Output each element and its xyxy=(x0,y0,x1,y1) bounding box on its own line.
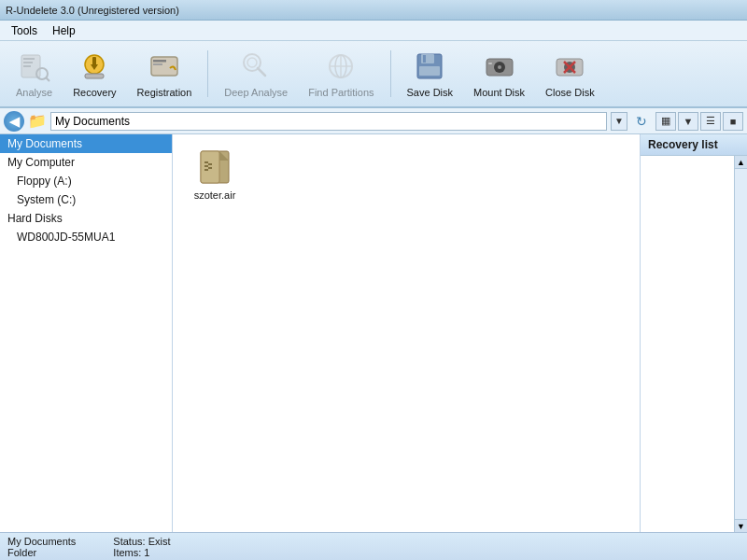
tree-item-harddisks[interactable]: Hard Disks xyxy=(0,209,172,228)
status-name-section: My Documents Folder xyxy=(7,536,76,558)
view-details-button[interactable]: ☰ xyxy=(700,112,721,131)
svg-point-15 xyxy=(247,58,257,67)
status-info-section: Status: Exist Items: 1 xyxy=(113,536,170,558)
status-exist-label: Status: Exist xyxy=(113,536,170,547)
status-bar: My Documents Folder Status: Exist Items:… xyxy=(0,532,747,560)
back-button[interactable]: ◀ xyxy=(4,111,24,132)
file-name-szoter: szoter.air xyxy=(194,189,236,201)
file-item-szoter[interactable]: szoter.air xyxy=(182,144,247,205)
registration-label: Registration xyxy=(137,87,192,98)
title-text: R-Undelete 3.0 (Unregistered version) xyxy=(6,5,179,16)
scroll-up-button[interactable]: ▲ xyxy=(735,156,747,169)
folder-address-icon: 📁 xyxy=(28,112,47,130)
save-disk-label: Save Disk xyxy=(407,87,454,98)
svg-rect-40 xyxy=(204,169,208,171)
tree-item-floppy[interactable]: Floppy (A:) xyxy=(0,172,172,190)
deep-analyse-icon xyxy=(239,49,273,83)
view-thumbnails-button[interactable]: ▦ xyxy=(655,112,676,131)
save-disk-icon xyxy=(413,49,446,83)
menu-bar: Tools Help xyxy=(0,21,747,41)
tree-item-system[interactable]: System (C:) xyxy=(0,190,172,209)
find-partitions-icon xyxy=(324,49,358,83)
separator-2 xyxy=(390,50,391,97)
tree-item-mydocuments[interactable]: My Documents xyxy=(0,134,172,153)
view-dropdown-button[interactable]: ▼ xyxy=(678,112,698,131)
svg-rect-12 xyxy=(153,63,162,65)
recovery-panel: Recovery list ▲ ▼ xyxy=(640,134,747,532)
deep-analyse-button[interactable]: Deep Analyse xyxy=(216,45,296,103)
analyse-button[interactable]: Analyse xyxy=(7,45,61,103)
recovery-panel-header: Recovery list xyxy=(641,134,747,156)
save-disk-button[interactable]: Save Disk xyxy=(399,45,462,103)
recovery-scrollbar[interactable]: ▲ ▼ xyxy=(734,156,747,532)
scroll-track xyxy=(735,169,747,519)
title-bar: R-Undelete 3.0 (Unregistered version) xyxy=(0,0,747,21)
recovery-button[interactable]: Recovery xyxy=(64,45,124,103)
svg-line-5 xyxy=(46,77,49,81)
svg-rect-23 xyxy=(419,66,440,76)
analyse-label: Analyse xyxy=(16,87,52,98)
svg-rect-39 xyxy=(208,167,212,169)
deep-analyse-label: Deep Analyse xyxy=(224,87,288,98)
close-disk-icon xyxy=(553,49,586,83)
recovery-label: Recovery xyxy=(73,87,116,98)
svg-rect-22 xyxy=(423,55,426,63)
svg-rect-3 xyxy=(23,65,31,67)
file-area: szoter.air xyxy=(173,134,640,532)
main-area: My Documents My Computer Floppy (A:) Sys… xyxy=(0,134,747,532)
menu-tools[interactable]: Tools xyxy=(4,22,45,39)
tree-item-wd800[interactable]: WD800JD-55MUA1 xyxy=(0,228,172,246)
svg-rect-36 xyxy=(204,161,208,163)
tree-item-mycomputer[interactable]: My Computer xyxy=(0,153,172,172)
file-archive-icon xyxy=(196,148,233,186)
find-partitions-label: Find Partitions xyxy=(308,87,374,98)
toolbar: Analyse Recovery Registration Deep Analy… xyxy=(0,41,747,108)
mount-disk-button[interactable]: Mount Disk xyxy=(465,45,533,103)
find-partitions-button[interactable]: Find Partitions xyxy=(300,45,382,103)
svg-rect-37 xyxy=(208,163,212,165)
registration-button[interactable]: Registration xyxy=(129,45,201,103)
status-items-label: Items: 1 xyxy=(113,547,170,558)
view-buttons: ▦ ▼ ☰ ■ xyxy=(655,112,743,131)
svg-line-14 xyxy=(258,68,265,76)
address-dropdown[interactable]: ▼ xyxy=(611,112,627,131)
svg-rect-1 xyxy=(23,58,35,60)
mount-disk-icon xyxy=(483,49,516,83)
address-bar: ◀ 📁 ▼ ↻ ▦ ▼ ☰ ■ xyxy=(0,108,747,134)
recovery-icon xyxy=(78,49,111,83)
view-list-button[interactable]: ■ xyxy=(723,112,743,131)
status-folder-type: Folder xyxy=(7,547,76,558)
mount-disk-label: Mount Disk xyxy=(473,87,525,98)
close-disk-label: Close Disk xyxy=(545,87,595,98)
recovery-panel-content xyxy=(641,156,734,532)
close-disk-button[interactable]: Close Disk xyxy=(537,45,603,103)
svg-point-26 xyxy=(498,65,501,69)
address-input[interactable] xyxy=(50,112,607,131)
registration-icon xyxy=(148,49,181,83)
svg-rect-9 xyxy=(85,74,104,78)
tree-panel: My Documents My Computer Floppy (A:) Sys… xyxy=(0,134,173,532)
separator-1 xyxy=(207,50,208,97)
svg-rect-27 xyxy=(488,63,492,64)
menu-help[interactable]: Help xyxy=(45,22,83,39)
svg-rect-38 xyxy=(204,165,208,167)
analyse-icon xyxy=(18,49,51,83)
refresh-button[interactable]: ↻ xyxy=(631,111,652,132)
svg-rect-11 xyxy=(153,60,166,63)
scroll-down-button[interactable]: ▼ xyxy=(735,519,747,532)
svg-rect-2 xyxy=(23,62,33,63)
status-folder-name: My Documents xyxy=(7,536,76,547)
